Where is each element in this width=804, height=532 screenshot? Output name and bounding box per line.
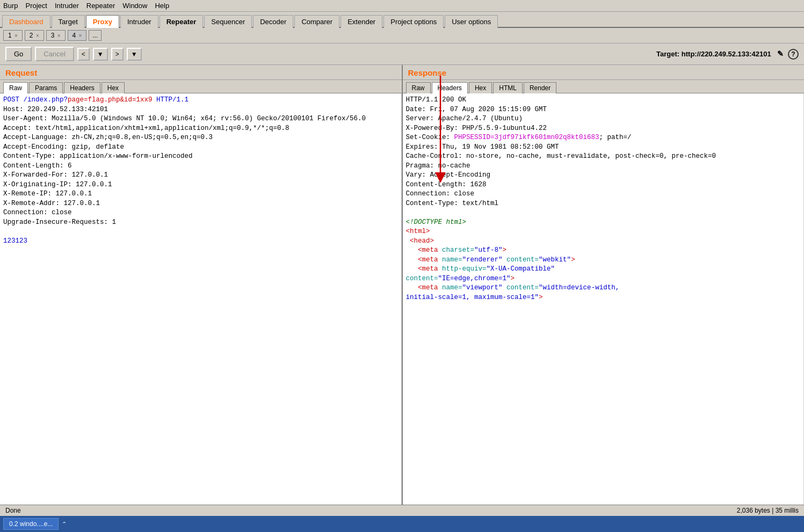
tab-decoder[interactable]: Decoder <box>253 15 293 28</box>
menu-bar: Burp Project Intruder Repeater Window He… <box>0 0 804 12</box>
tab-proxy[interactable]: Proxy <box>86 15 119 28</box>
target-info: Target: http://220.249.52.133:42101 ✎ ? <box>656 48 799 60</box>
back-dropdown[interactable]: ▼ <box>93 48 108 61</box>
response-tab-html[interactable]: HTML <box>493 82 523 93</box>
menu-help[interactable]: Help <box>155 2 169 10</box>
tab-extender[interactable]: Extender <box>341 15 382 28</box>
response-content[interactable]: HTTP/1.1 200 OK Date: Fri, 07 Aug 2020 1… <box>403 93 805 515</box>
tab-dashboard[interactable]: Dashboard <box>2 15 50 28</box>
toolbar: Go Cancel < ▼ > ▼ Target: http://220.249… <box>0 43 804 65</box>
request-tabs: Raw Params Headers Hex <box>0 80 402 93</box>
response-tab-render[interactable]: Render <box>524 82 556 93</box>
main-tab-bar: Dashboard Target Proxy Intruder Repeater… <box>0 12 804 28</box>
request-tab-params[interactable]: Params <box>29 82 63 93</box>
status-left: Done <box>5 507 21 514</box>
taskbar-chevron: ⌃ <box>62 521 67 528</box>
response-title: Response <box>403 65 805 80</box>
response-panel: Response Raw Headers Hex HTML Render HTT… <box>402 65 805 532</box>
request-tab-hex[interactable]: Hex <box>102 82 125 93</box>
status-bar: Done 2,036 bytes | 35 millis <box>0 505 804 516</box>
request-title: Request <box>0 65 402 80</box>
menu-window[interactable]: Window <box>122 2 147 10</box>
menu-project[interactable]: Project <box>25 2 47 10</box>
num-tab-2[interactable]: 2 × <box>25 30 44 41</box>
num-tab-bar: 1 × 2 × 3 × 4 × ... <box>0 28 804 43</box>
tab-target[interactable]: Target <box>52 15 85 28</box>
target-url: http://220.249.52.133:42101 <box>682 50 771 58</box>
response-tab-headers[interactable]: Headers <box>432 82 468 93</box>
num-tab-1[interactable]: 1 × <box>3 30 23 41</box>
tab-sequencer[interactable]: Sequencer <box>204 15 252 28</box>
request-panel: Request Raw Params Headers Hex POST /ind… <box>0 65 402 532</box>
request-tab-raw[interactable]: Raw <box>3 82 28 93</box>
help-target-icon[interactable]: ? <box>788 49 799 60</box>
tab-user-options[interactable]: User options <box>445 15 498 28</box>
cancel-button[interactable]: Cancel <box>35 47 74 61</box>
response-tabs: Raw Headers Hex HTML Render <box>403 80 805 93</box>
num-tab-3[interactable]: 3 × <box>46 30 66 41</box>
response-tab-raw[interactable]: Raw <box>406 82 431 93</box>
edit-target-icon[interactable]: ✎ <box>775 48 786 59</box>
tab-project-options[interactable]: Project options <box>383 15 444 28</box>
more-tabs-button[interactable]: ... <box>89 30 102 41</box>
forward-dropdown[interactable]: ▼ <box>127 48 142 61</box>
forward-button[interactable]: > <box>111 48 124 61</box>
status-right: 2,036 bytes | 35 millis <box>737 507 799 514</box>
back-button[interactable]: < <box>77 48 90 61</box>
tab-comparer[interactable]: Comparer <box>294 15 339 28</box>
menu-burp[interactable]: Burp <box>3 2 18 10</box>
menu-repeater[interactable]: Repeater <box>86 2 115 10</box>
taskbar: 0.2 windo....e... ⌃ <box>0 516 804 532</box>
request-content[interactable]: POST /index.php?page=flag.php&id=1xx9 HT… <box>0 93 402 515</box>
go-button[interactable]: Go <box>5 47 32 61</box>
num-tab-4[interactable]: 4 × <box>68 30 87 41</box>
menu-intruder[interactable]: Intruder <box>55 2 79 10</box>
request-tab-headers[interactable]: Headers <box>64 82 100 93</box>
response-tab-hex[interactable]: Hex <box>469 82 492 93</box>
taskbar-item[interactable]: 0.2 windo....e... <box>3 518 59 530</box>
target-label: Target: <box>656 50 682 58</box>
tab-repeater[interactable]: Repeater <box>160 15 204 28</box>
tab-intruder[interactable]: Intruder <box>120 15 158 28</box>
